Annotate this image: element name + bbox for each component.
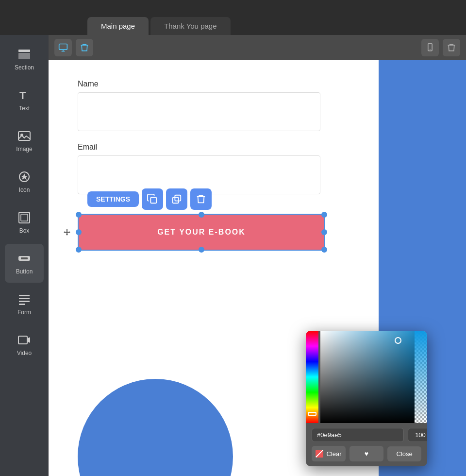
color-hex-row: %: [312, 428, 421, 442]
color-actions-row: Clear ♥ Close: [312, 446, 421, 461]
sidebar-item-image[interactable]: Image: [5, 121, 44, 160]
sidebar-label-form: Form: [17, 309, 31, 316]
hue-strip[interactable]: [306, 331, 318, 423]
svg-rect-1: [18, 53, 30, 59]
name-input[interactable]: [78, 92, 320, 131]
heart-icon: ♥: [365, 450, 368, 458]
button-toolbar: SETTINGS: [87, 188, 212, 210]
image-icon: [17, 129, 31, 143]
color-picker: % Clear ♥ Close: [306, 331, 427, 466]
move-icon: [63, 228, 71, 236]
svg-rect-12: [19, 301, 30, 302]
section-icon: [17, 48, 31, 61]
close-button[interactable]: Close: [387, 446, 421, 461]
svg-rect-0: [18, 50, 30, 52]
video-icon: [17, 333, 31, 347]
svg-point-17: [430, 49, 431, 50]
box-icon: [17, 211, 31, 224]
button-icon: [17, 252, 31, 265]
delete-button-right[interactable]: [443, 39, 460, 56]
mobile-view-button[interactable]: [421, 39, 439, 56]
sidebar-item-icon[interactable]: Icon: [5, 162, 44, 201]
svg-rect-19: [173, 197, 179, 203]
text-icon: T: [17, 88, 31, 102]
sidebar-label-video: Video: [17, 350, 32, 357]
sidebar-label-icon: Icon: [19, 187, 30, 193]
sidebar-label-box: Box: [19, 227, 30, 234]
sidebar-label-text: Text: [19, 105, 30, 112]
sidebar-item-button[interactable]: Button Button: [5, 244, 44, 283]
move-handle[interactable]: [60, 225, 74, 239]
trash-cta-icon: [196, 194, 206, 204]
gradient-box[interactable]: [320, 331, 415, 423]
tab-main[interactable]: Main page: [87, 17, 149, 35]
alpha-strip[interactable]: [415, 331, 427, 423]
sidebar-item-text[interactable]: T Text: [5, 81, 44, 119]
svg-rect-7: [21, 214, 28, 221]
sidebar-item-box[interactable]: Box: [5, 203, 44, 242]
canvas-area: Name Email SETTINGS: [49, 60, 466, 476]
copy-icon: [147, 194, 158, 204]
form-icon: [17, 292, 31, 306]
icon-icon: [17, 170, 31, 184]
sidebar-item-form[interactable]: Form: [5, 285, 44, 323]
sidebar-item-section[interactable]: Section: [5, 40, 44, 79]
svg-rect-13: [19, 304, 25, 305]
cta-button[interactable]: GET YOUR E-BOOK: [78, 214, 325, 251]
svg-rect-14: [18, 336, 27, 344]
sidebar-label-button: Button: [16, 268, 33, 275]
sidebar: Section T Text Image Icon Box: [0, 35, 49, 476]
toolbar: [49, 35, 466, 60]
picker-cursor[interactable]: [395, 337, 401, 344]
delete-section-button[interactable]: [76, 39, 93, 56]
svg-rect-18: [150, 197, 156, 203]
hex-input[interactable]: [312, 428, 404, 442]
duplicate-icon: [171, 194, 182, 204]
svg-rect-9: [21, 257, 28, 259]
close-label: Close: [396, 450, 412, 458]
color-picker-bottom: % Clear ♥ Close: [306, 423, 427, 466]
email-label: Email: [78, 143, 350, 152]
clear-button[interactable]: Clear: [312, 446, 346, 461]
blue-circle-decoration: [78, 379, 233, 476]
duplicate-button[interactable]: [166, 188, 187, 210]
svg-rect-10: [19, 295, 30, 296]
svg-text:T: T: [19, 89, 26, 102]
svg-rect-20: [175, 195, 181, 201]
trash-icon: [80, 43, 89, 52]
svg-rect-11: [19, 298, 30, 299]
trash-right-icon: [447, 43, 456, 52]
delete-cta-button[interactable]: [190, 188, 212, 210]
tab-thankyou[interactable]: Thank You page: [150, 17, 230, 35]
hue-cursor[interactable]: [308, 412, 316, 416]
alpha-overlay: [415, 331, 427, 423]
settings-button[interactable]: SETTINGS: [87, 191, 139, 207]
clear-label: Clear: [326, 450, 341, 458]
svg-rect-15: [59, 44, 67, 50]
name-label: Name: [78, 80, 350, 88]
tab-bar: Main page Thank You page: [0, 0, 466, 35]
sidebar-label-section: Section: [15, 64, 34, 71]
svg-rect-3: [18, 132, 30, 140]
opacity-input[interactable]: [408, 428, 427, 442]
heart-button[interactable]: ♥: [350, 446, 383, 461]
sidebar-label-image: Image: [16, 146, 32, 153]
cta-button-area: SETTINGS: [78, 214, 325, 251]
copy-button[interactable]: [142, 188, 163, 210]
sidebar-item-video[interactable]: Video: [5, 325, 44, 364]
clear-icon: [316, 450, 323, 458]
desktop-view-button[interactable]: [54, 39, 72, 56]
desktop-icon: [58, 43, 68, 52]
color-gradient-area[interactable]: [306, 331, 427, 423]
mobile-icon: [425, 43, 435, 52]
